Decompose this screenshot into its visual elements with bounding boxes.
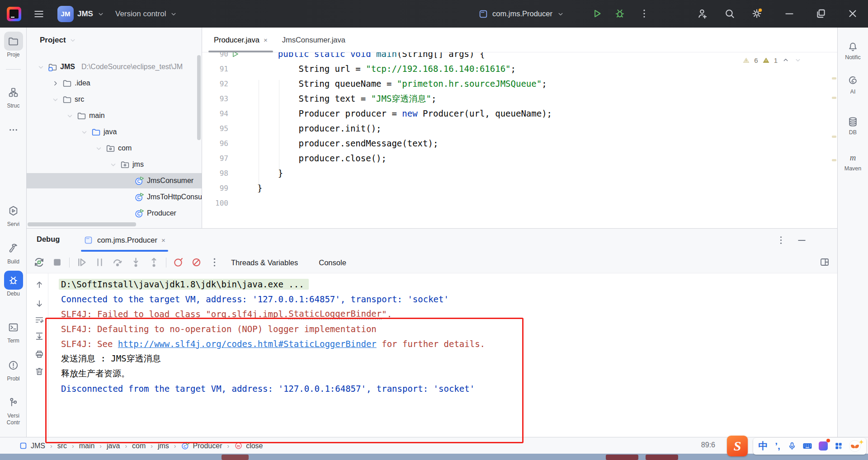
- console-line: SLF4J: Defaulting to no-operation (NOP) …: [61, 321, 485, 336]
- editor-tab-jmsconsumer.java[interactable]: JmsConsumer.java: [275, 28, 353, 52]
- soft-wrap-icon[interactable]: [34, 315, 44, 325]
- resume-icon[interactable]: [75, 256, 88, 268]
- layout-settings-icon[interactable]: [819, 257, 830, 268]
- caret-position[interactable]: 89:6: [701, 441, 715, 449]
- settings-gear-icon[interactable]: [751, 8, 763, 19]
- tool-strip-item-ai-assistant[interactable]: AI: [838, 75, 868, 95]
- main-menu-button[interactable]: [33, 0, 45, 28]
- tool-strip-item-problems[interactable]: Probl: [0, 356, 27, 382]
- tool-strip-item-structure[interactable]: Struc: [0, 83, 27, 109]
- chevron-down-icon[interactable]: [80, 128, 89, 136]
- tree-item-producer[interactable]: CProducer: [27, 205, 202, 221]
- prev-problem-icon[interactable]: [782, 56, 790, 64]
- chevron-down-icon[interactable]: [94, 144, 103, 153]
- tree-item-jms[interactable]: jms: [27, 156, 202, 173]
- chevron-right-icon[interactable]: [51, 79, 60, 88]
- tree-item-com[interactable]: com: [27, 140, 202, 156]
- breadcrumb-item-src[interactable]: src: [57, 442, 67, 450]
- breadcrumb-item-java[interactable]: java: [107, 442, 120, 450]
- chevron-down-icon[interactable]: [109, 160, 118, 169]
- tree-item-main[interactable]: main: [27, 108, 202, 124]
- breadcrumb-item-producer[interactable]: CProducer: [181, 441, 222, 450]
- sogou-logo-icon[interactable]: S: [727, 436, 748, 456]
- breadcrumb-item-jms[interactable]: jms: [158, 442, 169, 450]
- debug-button[interactable]: [614, 8, 626, 19]
- tool-strip-item-build[interactable]: Build: [0, 239, 27, 265]
- step-into-icon[interactable]: [130, 256, 142, 268]
- tool-strip-item-services[interactable]: Servi: [0, 201, 27, 228]
- tool-strip-item-database[interactable]: DB: [838, 116, 868, 136]
- tree-item-.idea[interactable]: .idea: [27, 75, 202, 91]
- debug-session-tab[interactable]: com.jms.Producer ×: [76, 229, 173, 252]
- debug-console[interactable]: D:\SoftInstall\java\jdk1.8\jdk\bin\java.…: [27, 273, 837, 437]
- project-tree-vertical-scrollbar[interactable]: [197, 55, 201, 140]
- run-configuration-widget[interactable]: com.jms.Producer: [478, 0, 565, 28]
- folder-blue-icon: [91, 127, 101, 137]
- tree-item-java[interactable]: java: [27, 124, 202, 140]
- window-close-button[interactable]: [847, 8, 859, 19]
- ime-chinese-mode-icon[interactable]: 中: [757, 441, 769, 451]
- more-icon: [8, 124, 19, 136]
- next-problem-icon[interactable]: [794, 56, 802, 64]
- ime-skin-icon[interactable]: [817, 441, 829, 451]
- mute-breakpoints-icon[interactable]: [190, 256, 203, 268]
- rerun-debug-icon[interactable]: [33, 256, 45, 268]
- tool-strip-item-notifications[interactable]: Notific: [838, 41, 868, 61]
- search-everywhere-icon[interactable]: [724, 8, 736, 19]
- tree-item-jmsconsumer[interactable]: CJmsConsumer: [27, 173, 202, 189]
- toolbar-more-icon[interactable]: [208, 256, 221, 268]
- terminal-icon: [8, 322, 19, 333]
- run-button[interactable]: [591, 8, 603, 19]
- tool-strip-item-terminal[interactable]: Term: [0, 318, 27, 344]
- breadcrumb-item-main[interactable]: main: [79, 442, 95, 450]
- print-icon[interactable]: [34, 349, 44, 359]
- ime-toolbox-icon[interactable]: [833, 441, 844, 451]
- tab-close-icon[interactable]: ×: [264, 36, 268, 44]
- chevron-down-icon[interactable]: [51, 95, 60, 104]
- debug-view-tab-console[interactable]: Console: [319, 258, 346, 267]
- console-hyperlink[interactable]: http://www.slf4j.org/codes.html#StaticLo…: [118, 339, 377, 349]
- project-tree-horizontal-scrollbar[interactable]: [28, 222, 136, 226]
- pause-icon[interactable]: [94, 256, 106, 268]
- tree-item-jmstohttpconsu[interactable]: CJmsToHttpConsu: [27, 189, 202, 205]
- tool-strip-item-debug[interactable]: Debu: [0, 271, 27, 297]
- scroll-to-end-icon[interactable]: [34, 331, 44, 341]
- database-icon: [847, 116, 859, 127]
- breadcrumb-item-close[interactable]: mclose: [234, 441, 263, 450]
- vcs-widget[interactable]: Version control: [115, 0, 178, 28]
- console-up-icon[interactable]: [34, 280, 44, 290]
- breadcrumb-item-com[interactable]: com: [132, 442, 146, 450]
- chevron-down-icon[interactable]: [37, 63, 45, 71]
- view-breakpoints-icon[interactable]: [172, 256, 184, 268]
- debug-options-more-icon[interactable]: [775, 235, 787, 246]
- ime-keyboard-icon[interactable]: [801, 441, 814, 451]
- tool-strip-item-version-control[interactable]: Versi Contr: [0, 393, 27, 426]
- clear-console-icon[interactable]: [34, 366, 44, 376]
- ime-assistant-fox-icon[interactable]: ✦: [848, 441, 862, 451]
- window-minimize-button[interactable]: [783, 8, 795, 19]
- editor-tab-producer.java[interactable]: Producer.java×: [207, 28, 275, 52]
- breadcrumb: JMS›src›main›java›com›jms›CProducer›mclo…: [19, 437, 263, 454]
- tool-strip-item-maven[interactable]: mMaven: [838, 152, 868, 172]
- debug-view-tab-threads-variables[interactable]: Threads & Variables: [231, 258, 298, 267]
- breadcrumb-item-jms[interactable]: JMS: [19, 441, 45, 450]
- project-widget[interactable]: JM JMS: [57, 0, 105, 28]
- tool-strip-item-project[interactable]: Proje: [0, 32, 27, 58]
- tree-item-jms[interactable]: JMSD:\CodeSource\eclipse_test\JM: [27, 59, 202, 75]
- code-with-me-icon[interactable]: [697, 8, 708, 19]
- window-restore-button[interactable]: [815, 8, 827, 19]
- inspections-widget[interactable]: 6 1: [742, 56, 802, 64]
- ime-punctuation-icon[interactable]: ’,: [772, 441, 783, 451]
- more-actions-icon[interactable]: [638, 8, 650, 19]
- tool-strip-item-more[interactable]: [0, 120, 27, 139]
- tree-item-src[interactable]: src: [27, 91, 202, 108]
- chevron-down-icon[interactable]: [66, 112, 74, 120]
- step-over-icon[interactable]: [112, 256, 124, 268]
- project-view-selector[interactable]: Project: [40, 36, 77, 45]
- step-out-icon[interactable]: [148, 256, 160, 268]
- stop-icon[interactable]: [51, 256, 63, 268]
- ime-microphone-icon[interactable]: [787, 441, 797, 451]
- session-tab-close-icon[interactable]: ×: [161, 236, 165, 244]
- console-down-icon[interactable]: [34, 299, 44, 309]
- debug-hide-icon[interactable]: [796, 235, 807, 246]
